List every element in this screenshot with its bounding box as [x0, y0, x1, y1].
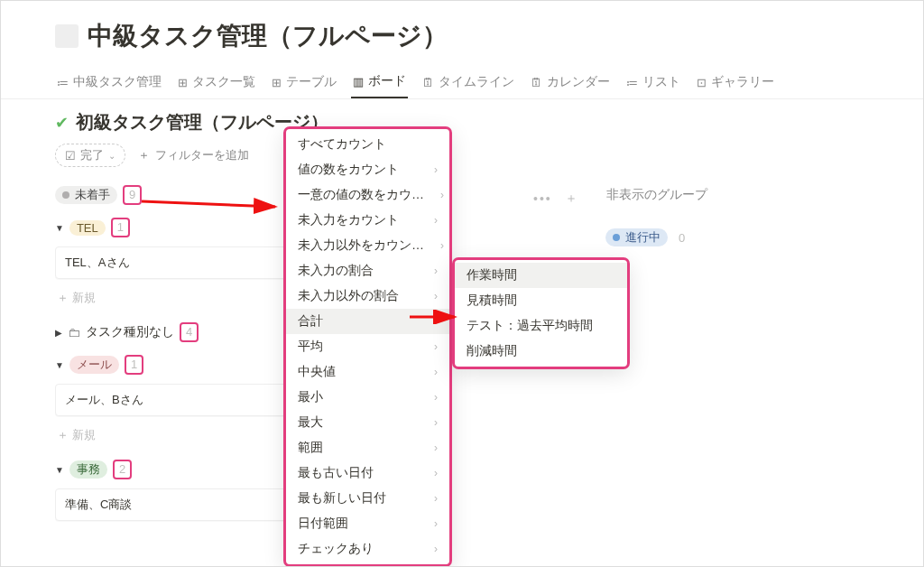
tag-pill-mail: メール [69, 356, 119, 374]
tab-gallery[interactable]: ⊡ ギャラリー [695, 70, 776, 98]
tag-label: タスク種別なし [86, 324, 174, 340]
menu-item-count-notempty[interactable]: 未入力以外をカウン…› [285, 233, 450, 258]
menu-item-count-empty[interactable]: 未入力をカウント› [285, 208, 450, 233]
tab-label: ボード [368, 73, 406, 89]
chevron-right-icon: › [434, 492, 438, 505]
menu-item-min[interactable]: 最小› [285, 385, 450, 410]
menu-item-label: 最も古い日付 [298, 465, 374, 481]
submenu-item-reduction-time[interactable]: 削減時間 [454, 339, 628, 364]
tag-pill-clerical: 事務 [69, 460, 107, 479]
chevron-right-icon: › [434, 543, 438, 555]
menu-item-pct-notempty[interactable]: 未入力以外の割合› [285, 284, 450, 309]
group-count[interactable]: 9 [123, 185, 142, 205]
disclosure-down-icon[interactable]: ▼ [55, 223, 64, 233]
disclosure-right-icon[interactable]: ▶ [55, 328, 62, 338]
hidden-group-inprogress[interactable]: 進行中 0 [605, 228, 768, 246]
task-card[interactable]: TEL、Aさん [55, 246, 290, 279]
menu-item-label: すべてカウント [298, 136, 386, 153]
add-filter-label: フィルターを追加 [155, 147, 249, 163]
menu-item-newest-date[interactable]: 最も新しい日付› [285, 486, 450, 511]
menu-item-label: 未入力をカウント [298, 212, 399, 228]
chevron-right-icon: › [434, 517, 438, 530]
group-header-notstarted[interactable]: 未着手 9 [55, 181, 290, 209]
status-pill-notstarted: 未着手 [55, 186, 117, 204]
tab-board[interactable]: ▥ ボード [351, 70, 408, 98]
menu-item-pct-empty[interactable]: 未入力の割合› [285, 258, 450, 284]
chevron-right-icon: › [440, 189, 444, 201]
folder-icon: 🗀 [68, 325, 80, 339]
menu-item-label: テスト：過去平均時間 [467, 318, 593, 334]
subgroup-header-tel[interactable]: ▼ TEL 1 [55, 214, 290, 241]
menu-item-average[interactable]: 平均› [285, 334, 450, 359]
tab-table[interactable]: ⊞ テーブル [270, 70, 338, 98]
tab-label: タイムライン [439, 74, 514, 90]
disclosure-down-icon[interactable]: ▼ [55, 360, 64, 370]
menu-item-median[interactable]: 中央値› [285, 359, 450, 385]
tab-label: ギャラリー [711, 74, 774, 90]
subgroup-header-notype[interactable]: ▶ 🗀 タスク種別なし 4 [55, 319, 290, 346]
menu-item-label: 一意の値の数をカウ… [298, 187, 424, 203]
tab-label: リスト [642, 74, 680, 90]
plus-icon: ＋ [138, 147, 150, 163]
chevron-right-icon: › [434, 265, 438, 277]
menu-item-count-values[interactable]: 値の数をカウント› [285, 157, 450, 182]
subgroup-header-clerical[interactable]: ▼ 事務 2 [55, 456, 290, 483]
menu-item-label: 日付範囲 [298, 516, 348, 532]
add-filter-button[interactable]: ＋ フィルターを追加 [138, 147, 249, 163]
menu-item-count-unique[interactable]: 一意の値の数をカウ…› [285, 182, 450, 208]
menu-item-range[interactable]: 範囲› [285, 435, 450, 460]
group-count[interactable]: 1 [125, 355, 143, 375]
menu-item-label: 中央値 [298, 364, 336, 380]
task-card[interactable]: メール、Bさん [55, 384, 290, 416]
menu-item-oldest-date[interactable]: 最も古い日付› [285, 460, 450, 486]
menu-item-label: チェックあり [298, 541, 374, 557]
menu-item-label: 未入力の割合 [298, 263, 374, 279]
task-card[interactable]: 準備、C商談 [55, 488, 290, 521]
tag-pill-tel: TEL [69, 220, 106, 236]
menu-item-date-range[interactable]: 日付範囲› [285, 511, 450, 536]
status-dot-icon [613, 234, 620, 241]
more-icon[interactable]: ••• [533, 191, 552, 206]
menu-item-count-all[interactable]: すべてカウント [285, 132, 450, 157]
chevron-right-icon: › [440, 239, 444, 252]
page-title: 中級タスク管理（フルページ） [88, 19, 448, 53]
tab-calendar[interactable]: 🗓 カレンダー [529, 70, 612, 98]
menu-item-checked[interactable]: チェックあり› [285, 536, 450, 562]
board-column-left: 未着手 9 ▼ TEL 1 TEL、Aさん ＋ 新規 ▶ 🗀 タスク種別なし 4… [55, 181, 290, 526]
table-icon: ⊞ [178, 77, 188, 88]
disclosure-down-icon[interactable]: ▼ [55, 465, 64, 475]
group-count[interactable]: 4 [180, 322, 199, 342]
chevron-right-icon: › [434, 366, 438, 378]
chevron-right-icon: › [434, 315, 438, 328]
tag-label: メール [77, 357, 112, 373]
tab-label: テーブル [286, 74, 337, 90]
menu-item-max[interactable]: 最大› [285, 410, 450, 435]
submenu-item-test-past-avg[interactable]: テスト：過去平均時間 [454, 313, 628, 339]
submenu-item-work-time[interactable]: 作業時間 [454, 263, 628, 288]
add-new-label: 新規 [72, 428, 96, 442]
tab-list-view[interactable]: ≔ 中級タスク管理 [55, 70, 163, 98]
menu-item-label: 最も新しい日付 [298, 490, 386, 507]
chevron-right-icon: › [434, 416, 438, 429]
subgroup-header-mail[interactable]: ▼ メール 1 [55, 351, 290, 378]
add-new-button[interactable]: ＋ 新規 [55, 422, 290, 456]
plus-icon[interactable]: ＋ [565, 191, 578, 207]
group-count[interactable]: 1 [111, 218, 130, 237]
filter-chip-done[interactable]: ☑ 完了 ⌄ [55, 144, 125, 167]
menu-item-sum[interactable]: 合計› [285, 309, 450, 334]
checkbox-icon: ☑ [65, 149, 76, 163]
chevron-right-icon: › [434, 442, 438, 454]
tab-tasks-table[interactable]: ⊞ タスク一覧 [176, 70, 257, 98]
submenu-item-estimate-time[interactable]: 見積時間 [454, 288, 628, 313]
menu-item-label: 未入力以外をカウン… [298, 237, 424, 254]
status-pill-inprogress: 進行中 [605, 228, 668, 246]
group-count[interactable]: 2 [113, 460, 132, 479]
tab-timeline[interactable]: 🗓 タイムライン [420, 70, 516, 98]
add-new-button[interactable]: ＋ 新規 [55, 284, 290, 319]
view-tabs: ≔ 中級タスク管理 ⊞ タスク一覧 ⊞ テーブル ▥ ボード 🗓 タイムライン … [1, 62, 923, 99]
tab-list[interactable]: ≔ リスト [624, 70, 682, 98]
column-actions: ••• ＋ 非表示のグループ [533, 181, 768, 216]
status-dot-icon [62, 191, 69, 199]
aggregate-property-submenu: 作業時間 見積時間 テスト：過去平均時間 削減時間 [453, 258, 629, 368]
page-header: 中級タスク管理（フルページ） [1, 1, 923, 62]
